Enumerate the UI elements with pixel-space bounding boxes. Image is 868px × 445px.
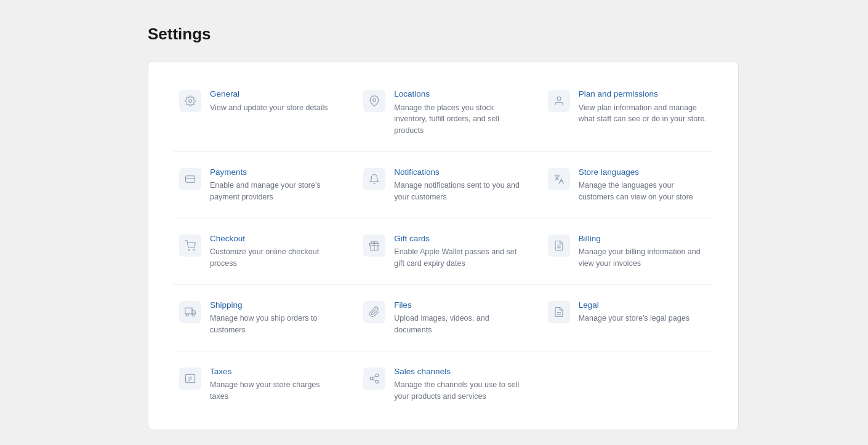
item-content-shipping: Shipping Manage how you ship orders to c… (210, 300, 339, 336)
item-content-taxes: Taxes Manage how your store charges taxe… (210, 366, 339, 403)
settings-item-checkout[interactable]: Checkout Customize your online checkout … (167, 218, 351, 284)
settings-item-plan-permissions[interactable]: Plan and permissions View plan informati… (536, 74, 720, 151)
person-icon (548, 90, 570, 112)
svg-point-5 (188, 249, 190, 251)
svg-point-2 (557, 97, 561, 100)
location-icon (363, 90, 385, 112)
svg-rect-17 (186, 374, 195, 383)
item-title-legal: Legal (579, 300, 707, 311)
settings-item-sales-channels[interactable]: Sales channels Manage the channels you u… (351, 351, 535, 417)
item-desc-plan-permissions: View plan information and manage what st… (579, 102, 707, 126)
item-content-sales-channels: Sales channels Manage the channels you u… (394, 366, 523, 403)
item-desc-sales-channels: Manage the channels you use to sell your… (394, 379, 523, 403)
settings-item-store-languages[interactable]: Store languages Manage the languages you… (536, 152, 720, 218)
item-content-legal: Legal Manage your store's legal pages (579, 300, 707, 324)
item-content-checkout: Checkout Customize your online checkout … (210, 233, 339, 270)
svg-line-25 (373, 376, 376, 378)
item-desc-billing: Manage your billing information and view… (579, 246, 707, 270)
svg-point-6 (193, 249, 195, 251)
item-desc-checkout: Customize your online checkout process (210, 246, 339, 270)
settings-item-shipping[interactable]: Shipping Manage how you ship orders to c… (167, 285, 351, 351)
item-content-files: Files Upload images, videos, and documen… (394, 300, 523, 336)
settings-grid: General View and update your store detai… (167, 74, 720, 417)
bell-icon (363, 168, 385, 190)
item-title-shipping: Shipping (210, 300, 339, 311)
item-title-store-languages: Store languages (579, 167, 707, 178)
payment-icon (179, 168, 201, 190)
settings-item-legal[interactable]: Legal Manage your store's legal pages (536, 285, 720, 351)
item-desc-general: View and update your store details (210, 102, 339, 114)
settings-card: General View and update your store detai… (148, 61, 739, 430)
svg-point-21 (376, 374, 379, 377)
svg-point-14 (192, 314, 195, 316)
item-title-plan-permissions: Plan and permissions (579, 89, 707, 100)
settings-item-notifications[interactable]: Notifications Manage notifications sent … (351, 152, 535, 218)
settings-item-files[interactable]: Files Upload images, videos, and documen… (351, 285, 535, 351)
item-title-locations: Locations (394, 89, 523, 100)
settings-item-billing[interactable]: Billing Manage your billing information … (536, 218, 720, 284)
svg-rect-3 (186, 176, 195, 183)
svg-line-24 (373, 379, 376, 381)
truck-icon (179, 301, 201, 323)
settings-item-taxes[interactable]: Taxes Manage how your store charges taxe… (167, 351, 351, 417)
item-title-general: General (210, 89, 339, 100)
settings-item-general[interactable]: General View and update your store detai… (167, 74, 351, 151)
item-content-store-languages: Store languages Manage the languages you… (579, 167, 707, 203)
item-content-gift-cards: Gift cards Enable Apple Wallet passes an… (394, 233, 523, 270)
paperclip-icon (363, 301, 385, 323)
svg-point-22 (371, 377, 374, 380)
page-title: Settings (148, 25, 868, 44)
svg-point-0 (189, 100, 192, 103)
item-content-plan-permissions: Plan and permissions View plan informati… (579, 89, 707, 125)
settings-item-payments[interactable]: Payments Enable and manage your store's … (167, 152, 351, 218)
item-content-payments: Payments Enable and manage your store's … (210, 167, 339, 203)
billing-icon (548, 235, 570, 257)
item-title-sales-channels: Sales channels (394, 366, 523, 377)
item-desc-shipping: Manage how you ship orders to customers (210, 313, 339, 336)
legal-icon (548, 301, 570, 323)
svg-point-13 (186, 314, 188, 316)
translate-icon (548, 168, 570, 190)
item-desc-notifications: Manage notifications sent to you and you… (394, 180, 523, 203)
item-desc-locations: Manage the places you stock inventory, f… (394, 102, 523, 137)
item-desc-payments: Enable and manage your store's payment p… (210, 180, 339, 203)
svg-rect-11 (185, 308, 192, 314)
svg-point-1 (373, 98, 376, 102)
item-content-billing: Billing Manage your billing information … (579, 233, 707, 270)
item-desc-taxes: Manage how your store charges taxes (210, 379, 339, 403)
item-title-checkout: Checkout (210, 233, 339, 244)
settings-item-locations[interactable]: Locations Manage the places you stock in… (351, 74, 535, 151)
item-title-files: Files (394, 300, 523, 311)
item-desc-legal: Manage your store's legal pages (579, 313, 707, 324)
item-title-billing: Billing (579, 233, 707, 244)
svg-marker-12 (192, 310, 195, 314)
svg-point-23 (376, 380, 379, 383)
empty-cell (536, 351, 720, 417)
item-desc-files: Upload images, videos, and documents (394, 313, 523, 336)
gift-icon (363, 235, 385, 257)
item-title-notifications: Notifications (394, 167, 523, 178)
item-desc-gift-cards: Enable Apple Wallet passes and set gift … (394, 246, 523, 270)
item-title-gift-cards: Gift cards (394, 233, 523, 244)
item-content-general: General View and update your store detai… (210, 89, 339, 113)
item-content-locations: Locations Manage the places you stock in… (394, 89, 523, 137)
item-title-payments: Payments (210, 167, 339, 178)
cart-icon (179, 235, 201, 257)
channels-icon (363, 367, 385, 390)
item-desc-store-languages: Manage the languages your customers can … (579, 180, 707, 203)
settings-item-gift-cards[interactable]: Gift cards Enable Apple Wallet passes an… (351, 218, 535, 284)
page-container: Settings General View and update your st… (0, 0, 868, 445)
gear-icon (179, 90, 201, 112)
item-content-notifications: Notifications Manage notifications sent … (394, 167, 523, 203)
taxes-icon (179, 367, 201, 390)
item-title-taxes: Taxes (210, 366, 339, 377)
